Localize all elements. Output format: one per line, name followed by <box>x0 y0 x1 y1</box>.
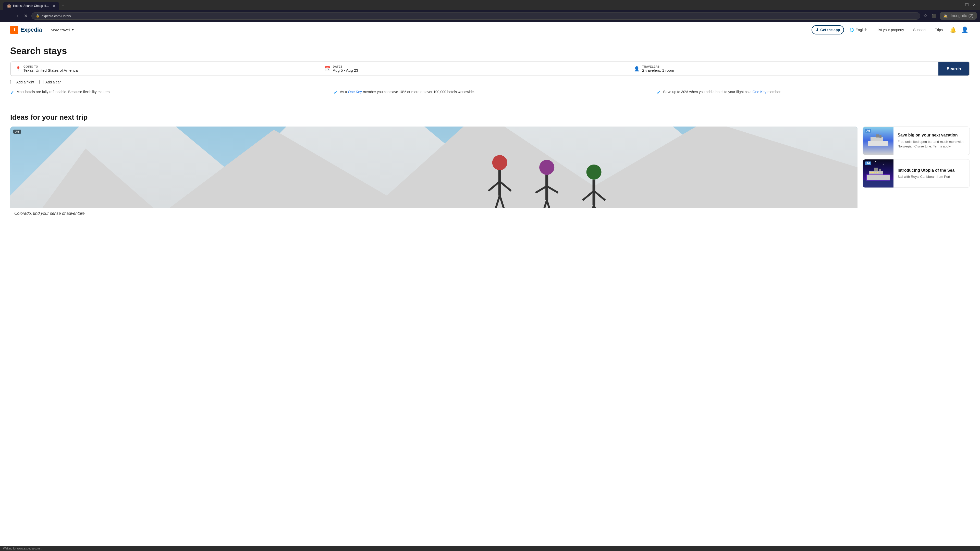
search-button[interactable]: Search <box>939 62 969 76</box>
hero-title: Search stays <box>10 46 970 56</box>
svg-rect-31 <box>868 141 888 146</box>
add-flight-checkbox[interactable]: Add a flight <box>10 80 34 84</box>
restore-button[interactable]: ❐ <box>965 3 969 7</box>
tab-close-button[interactable]: ✕ <box>53 4 55 8</box>
person-icon: 👤 <box>634 66 640 72</box>
svg-rect-42 <box>867 175 890 180</box>
side-ad-title-1: Save big on your next vacation <box>897 133 966 138</box>
calendar-icon: 📅 <box>325 66 330 72</box>
new-tab-button[interactable]: + <box>60 2 67 10</box>
side-ad-card-1[interactable]: Ad Save big on your next vacation Free u… <box>862 127 970 155</box>
travelers-value: 2 travelers, 1 room <box>642 68 674 73</box>
main-ad-image: Ad <box>10 127 858 208</box>
notifications-button[interactable]: 🔔 <box>948 25 958 35</box>
dates-label: Dates <box>333 65 358 68</box>
check-icon-3: ✓ <box>657 90 660 95</box>
svg-rect-46 <box>870 171 872 173</box>
incognito-icon: 🕵 <box>942 13 948 19</box>
svg-rect-49 <box>877 171 878 173</box>
reload-button[interactable]: ✕ <box>22 12 29 20</box>
logo-text: Expedia <box>21 27 42 33</box>
main-ad-badge: Ad <box>13 130 21 134</box>
going-to-value: Texas, United States of America <box>24 68 78 73</box>
add-flight-input[interactable] <box>10 80 14 84</box>
main-card-caption: Colorado, find your sense of adventure <box>10 208 858 219</box>
logo-link[interactable]: Expedia <box>10 26 42 34</box>
svg-point-39 <box>883 164 883 165</box>
account-button[interactable]: 👤 <box>960 25 970 35</box>
svg-rect-50 <box>863 180 894 187</box>
going-to-label: Going to <box>24 65 78 68</box>
account-icon: 👤 <box>961 27 968 33</box>
address-bar[interactable]: 🔒 expedia.com/Hotels <box>32 12 920 20</box>
svg-point-38 <box>875 161 876 162</box>
toolbar-actions: ☆ ⬛ 🕵 Incognito (2) <box>922 12 977 20</box>
side-ad-desc-1: Free unlimited open bar and much more wi… <box>897 140 966 149</box>
add-car-checkbox[interactable]: Add a car <box>39 80 61 84</box>
value-prop-text-1: Most hotels are fully refundable. Becaus… <box>17 89 110 95</box>
language-button[interactable]: 🌐 English <box>846 26 871 34</box>
travelers-content: Travelers 2 travelers, 1 room <box>642 65 674 73</box>
check-icon-1: ✓ <box>10 90 14 95</box>
browser-toolbar: ← → ✕ 🔒 expedia.com/Hotels ☆ ⬛ 🕵 Incogni… <box>0 10 980 22</box>
trips-button[interactable]: Trips <box>931 26 946 34</box>
side-ads: Ad Save big on your next vacation Free u… <box>862 127 970 219</box>
add-flight-label: Add a flight <box>16 80 34 84</box>
url-display: expedia.com/Hotels <box>41 14 71 18</box>
going-to-field[interactable]: 📍 Going to Texas, United States of Ameri… <box>11 62 320 76</box>
bookmark-icon[interactable]: ☆ <box>922 12 928 20</box>
back-button[interactable]: ← <box>3 12 11 20</box>
side-ad-desc-2: Sail with Royal Caribbean from Port <box>897 175 955 179</box>
side-ad-card-2[interactable]: Ad Introducing Utopia of the Sea Sail wi… <box>862 159 970 188</box>
language-label: English <box>856 28 867 32</box>
one-key-link-1[interactable]: One Key <box>348 90 362 94</box>
search-button-label: Search <box>947 66 961 71</box>
svg-point-10 <box>492 155 508 170</box>
side-ad-title-2: Introducing Utopia of the Sea <box>897 168 955 173</box>
window-controls: — ❐ ✕ <box>957 3 976 7</box>
get-app-button[interactable]: ⬇ Get the app <box>811 25 844 35</box>
list-property-label: List your property <box>877 28 904 32</box>
globe-icon: 🌐 <box>850 28 854 32</box>
more-travel-label: More travel <box>51 28 70 32</box>
ski-scene <box>10 127 858 208</box>
svg-rect-34 <box>880 135 881 138</box>
value-prop-text-3: Save up to 30% when you add a hotel to y… <box>663 89 781 95</box>
active-tab[interactable]: 🏨 Hotels: Search Cheap Hotels, D... ✕ <box>3 2 59 10</box>
incognito-badge: 🕵 Incognito (2) <box>940 12 977 20</box>
get-app-label: Get the app <box>820 28 840 32</box>
value-prop-text-2: As a One Key member you can save 10% or … <box>340 89 475 95</box>
support-button[interactable]: Support <box>910 26 929 34</box>
svg-point-41 <box>872 165 872 166</box>
check-icon-2: ✓ <box>334 90 337 95</box>
search-bar: 📍 Going to Texas, United States of Ameri… <box>10 62 970 76</box>
ideas-title: Ideas for your next trip <box>10 113 970 121</box>
dates-field[interactable]: 📅 Dates Aug 5 - Aug 23 <box>320 62 629 76</box>
location-icon: 📍 <box>15 66 21 72</box>
header-actions: ⬇ Get the app 🌐 English List your proper… <box>811 25 970 35</box>
minimize-button[interactable]: — <box>957 3 961 7</box>
add-car-input[interactable] <box>39 80 43 84</box>
travelers-field[interactable]: 👤 Travelers 2 travelers, 1 room <box>629 62 939 76</box>
svg-rect-44 <box>874 168 878 171</box>
side-ad-image-1: Ad <box>863 127 894 155</box>
download-icon: ⬇ <box>816 28 819 32</box>
svg-rect-33 <box>876 135 879 138</box>
main-ad-card[interactable]: Ad Colorado, find your sense of adventur… <box>10 127 858 219</box>
list-property-button[interactable]: List your property <box>873 26 907 34</box>
more-travel-button[interactable]: More travel ▼ <box>48 26 77 34</box>
svg-point-18 <box>539 160 554 175</box>
page-wrapper: Expedia More travel ▼ ⬇ Get the app 🌐 En… <box>0 22 980 229</box>
logo-icon <box>10 26 18 34</box>
chevron-down-icon: ▼ <box>71 28 74 32</box>
close-window-button[interactable]: ✕ <box>973 3 976 7</box>
forward-button[interactable]: → <box>13 12 21 20</box>
incognito-label: Incognito (2) <box>950 13 974 19</box>
svg-rect-48 <box>875 171 876 173</box>
one-key-link-2[interactable]: One Key <box>752 90 767 94</box>
dates-value: Aug 5 - Aug 23 <box>333 68 358 73</box>
ideas-grid: Ad Colorado, find your sense of adventur… <box>10 127 970 219</box>
side-ad-badge-1: Ad <box>865 129 871 133</box>
side-ad-badge-2: Ad <box>865 162 871 165</box>
extension-icon[interactable]: ⬛ <box>931 13 938 19</box>
